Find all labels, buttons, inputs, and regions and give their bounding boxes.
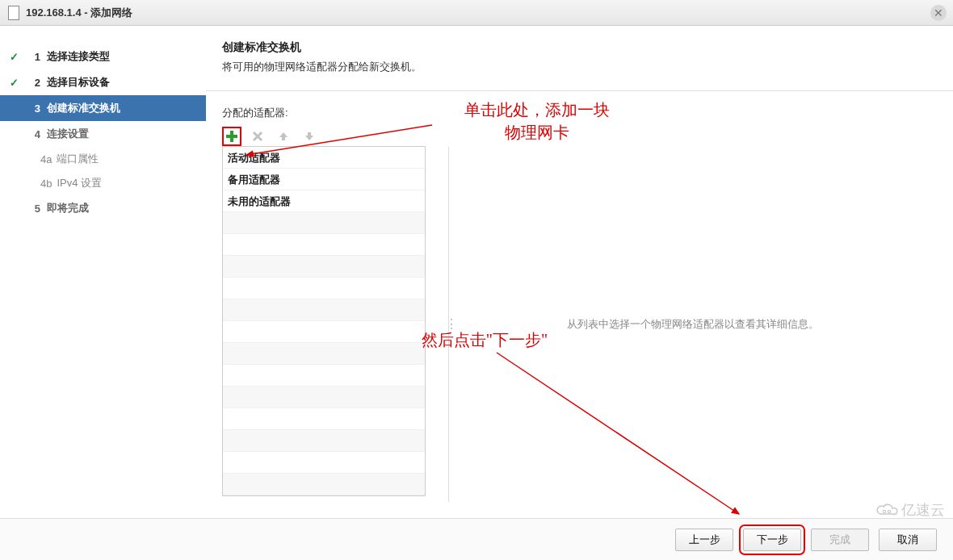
step-number: 4	[26, 128, 40, 140]
list-item	[223, 212, 425, 234]
svg-marker-5	[305, 132, 313, 140]
checkmark-icon: ✓	[10, 51, 23, 63]
x-icon	[252, 131, 263, 142]
step-number: 5	[26, 203, 40, 215]
unused-adapters-header: 未用的适配器	[223, 190, 425, 212]
arrow-down-icon	[304, 131, 315, 142]
wizard-steps-sidebar: ✓ 1 选择连接类型 ✓ 2 选择目标设备 ✓ 3 创建标准交换机 ✓ 4 连接…	[0, 26, 206, 510]
arrow-up-icon	[278, 131, 289, 142]
detail-placeholder-text: 从列表中选择一个物理网络适配器以查看其详细信息。	[567, 317, 819, 332]
step-label: 连接设置	[47, 127, 89, 141]
list-item	[223, 452, 425, 474]
page-title: 创建标准交换机	[222, 40, 929, 55]
page-subtitle: 将可用的物理网络适配器分配给新交换机。	[222, 60, 929, 74]
adapter-toolbar	[222, 127, 929, 146]
list-item	[223, 256, 425, 278]
list-item	[223, 278, 425, 299]
svg-point-11	[888, 510, 890, 512]
close-icon[interactable]: ✕	[930, 5, 947, 21]
finish-button: 完成	[811, 529, 869, 551]
window-title: 192.168.1.4 - 添加网络	[26, 6, 132, 20]
step-2-target-device[interactable]: ✓ 2 选择目标设备	[0, 69, 206, 95]
step-number: 1	[26, 51, 40, 63]
step-label: 选择目标设备	[47, 75, 110, 90]
svg-marker-4	[279, 132, 288, 140]
step-1-connection-type[interactable]: ✓ 1 选择连接类型	[0, 44, 206, 69]
host-icon	[8, 6, 19, 20]
checkmark-icon: ✓	[10, 77, 23, 89]
cancel-button[interactable]: 取消	[879, 529, 937, 551]
step-label: 创建标准交换机	[47, 101, 120, 115]
step-label: 即将完成	[47, 201, 89, 215]
plus-icon	[225, 130, 238, 143]
list-item	[223, 234, 425, 256]
wizard-footer: 上一步 下一步 完成 取消	[0, 518, 953, 560]
move-up-button	[274, 127, 293, 146]
svg-rect-1	[226, 135, 237, 138]
substep-number: 4b	[40, 178, 52, 190]
list-item	[223, 321, 425, 343]
substep-label: 端口属性	[57, 152, 99, 166]
step-number: 3	[26, 102, 40, 115]
divider	[206, 90, 953, 91]
list-item	[223, 408, 425, 430]
step-5-ready-complete: ✓ 5 即将完成	[0, 195, 206, 221]
assigned-adapters-label: 分配的适配器:	[222, 106, 929, 120]
substep-label: IPv4 设置	[57, 176, 102, 190]
standby-adapters-header: 备用适配器	[223, 169, 425, 190]
svg-point-10	[883, 510, 885, 512]
window-titlebar: 192.168.1.4 - 添加网络 ✕	[0, 0, 953, 26]
next-button[interactable]: 下一步	[743, 529, 801, 551]
substep-number: 4a	[40, 153, 52, 165]
add-adapter-button[interactable]	[222, 127, 241, 146]
step-number: 2	[26, 77, 40, 89]
active-adapters-header: 活动适配器	[223, 147, 425, 169]
step-label: 选择连接类型	[47, 49, 110, 64]
list-item	[223, 474, 425, 495]
back-button[interactable]: 上一步	[675, 529, 733, 551]
remove-adapter-button	[248, 127, 267, 146]
list-item	[223, 343, 425, 365]
adapter-list[interactable]: 活动适配器 备用适配器 未用的适配器	[222, 146, 426, 496]
adapter-detail-panel: 从列表中选择一个物理网络适配器以查看其详细信息。	[448, 147, 937, 502]
list-item	[223, 365, 425, 387]
step-3-create-switch[interactable]: ✓ 3 创建标准交换机	[0, 95, 206, 121]
step-4-connection-settings: ✓ 4 连接设置	[0, 121, 206, 147]
step-4a-port-properties: 4a 端口属性	[0, 147, 206, 171]
step-4b-ipv4-settings: 4b IPv4 设置	[0, 171, 206, 195]
list-item	[223, 430, 425, 452]
move-down-button	[300, 127, 319, 146]
list-item	[223, 299, 425, 321]
list-item	[223, 387, 425, 408]
wizard-main-panel: 创建标准交换机 将可用的物理网络适配器分配给新交换机。 分配的适配器:	[206, 26, 953, 510]
